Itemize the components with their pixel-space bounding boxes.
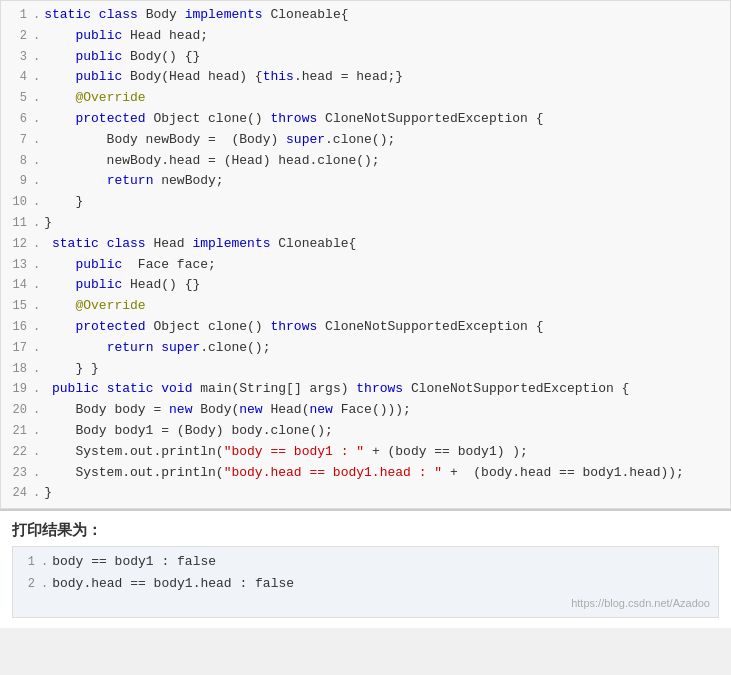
code-line-11: 11 . }	[1, 213, 730, 234]
line-dot: .	[33, 172, 40, 191]
line-dot: .	[33, 48, 40, 67]
line-dot: .	[33, 152, 40, 171]
code-line-17: 17 . return super.clone();	[1, 338, 730, 359]
code-line-14: 14 . public Head() {}	[1, 275, 730, 296]
line-num: 3	[5, 48, 27, 67]
line-dot: .	[33, 276, 40, 295]
code-line-15: 15 . @Override	[1, 296, 730, 317]
code-line-23: 23 . System.out.println("body.head == bo…	[1, 463, 730, 484]
output-line-2: 2 . body.head == body1.head : false	[13, 573, 718, 595]
code-content: static class Head implements Cloneable{	[44, 234, 356, 255]
line-num: 10	[5, 193, 27, 212]
code-line-20: 20 . Body body = new Body(new Head(new F…	[1, 400, 730, 421]
line-dot: .	[33, 68, 40, 87]
code-line-10: 10 . }	[1, 192, 730, 213]
line-num: 15	[5, 297, 27, 316]
code-line-7: 7 . Body newBody = (Body) super.clone();	[1, 130, 730, 151]
line-dot: .	[33, 256, 40, 275]
code-line-12: 12 . static class Head implements Clonea…	[1, 234, 730, 255]
code-content: public static void main(String[] args) t…	[44, 379, 629, 400]
code-line-13: 13 . public Face face;	[1, 255, 730, 276]
code-content: newBody.head = (Head) head.clone();	[44, 151, 379, 172]
code-line-19: 19 . public static void main(String[] ar…	[1, 379, 730, 400]
output-title: 打印结果为：	[12, 521, 719, 540]
code-line-9: 9 . return newBody;	[1, 171, 730, 192]
line-dot: .	[33, 297, 40, 316]
line-dot: .	[33, 360, 40, 379]
line-dot: .	[33, 89, 40, 108]
line-num: 16	[5, 318, 27, 337]
line-num: 20	[5, 401, 27, 420]
code-line-6: 6 . protected Object clone() throws Clon…	[1, 109, 730, 130]
line-num: 1	[5, 6, 27, 25]
code-line-8: 8 . newBody.head = (Head) head.clone();	[1, 151, 730, 172]
line-num: 7	[5, 131, 27, 150]
line-num: 13	[5, 256, 27, 275]
code-line-22: 22 . System.out.println("body == body1 :…	[1, 442, 730, 463]
code-line-1: 1 . static class Body implements Cloneab…	[1, 5, 730, 26]
line-num: 6	[5, 110, 27, 129]
line-dot: .	[33, 6, 40, 25]
watermark-text: https://blog.csdn.net/Azadoo	[571, 597, 710, 609]
line-dot: .	[33, 214, 40, 233]
line-dot: .	[33, 27, 40, 46]
line-num: 18	[5, 360, 27, 379]
line-dot: .	[33, 318, 40, 337]
code-line-3: 3 . public Body() {}	[1, 47, 730, 68]
code-content: protected Object clone() throws CloneNot…	[44, 109, 543, 130]
code-content: public Body() {}	[44, 47, 200, 68]
code-content: } }	[44, 359, 99, 380]
code-section: 1 . static class Body implements Cloneab…	[0, 0, 731, 509]
line-num: 8	[5, 152, 27, 171]
line-dot: .	[33, 131, 40, 150]
code-content: }	[44, 192, 83, 213]
output-line-num: 1	[17, 552, 35, 572]
code-line-2: 2 . public Head head;	[1, 26, 730, 47]
output-line-dot: .	[41, 574, 48, 594]
line-num: 14	[5, 276, 27, 295]
line-num: 2	[5, 27, 27, 46]
line-num: 22	[5, 443, 27, 462]
code-content: }	[44, 213, 52, 234]
line-dot: .	[33, 110, 40, 129]
output-line-dot: .	[41, 552, 48, 572]
code-content: System.out.println("body == body1 : " + …	[44, 442, 528, 463]
code-content: Body newBody = (Body) super.clone();	[44, 130, 395, 151]
line-dot: .	[33, 464, 40, 483]
output-code-section: 1 . body == body1 : false 2 . body.head …	[12, 546, 719, 618]
line-num: 21	[5, 422, 27, 441]
code-line-16: 16 . protected Object clone() throws Clo…	[1, 317, 730, 338]
code-line-24: 24 . }	[1, 483, 730, 504]
line-dot: .	[33, 380, 40, 399]
line-dot: .	[33, 422, 40, 441]
line-dot: .	[33, 193, 40, 212]
code-content: return newBody;	[44, 171, 223, 192]
code-content: @Override	[44, 88, 145, 109]
code-content: }	[44, 483, 52, 504]
code-content: System.out.println("body.head == body1.h…	[44, 463, 684, 484]
watermark-line: https://blog.csdn.net/Azadoo	[13, 595, 718, 613]
code-content: protected Object clone() throws CloneNot…	[44, 317, 543, 338]
code-line-5: 5 . @Override	[1, 88, 730, 109]
code-line-21: 21 . Body body1 = (Body) body.clone();	[1, 421, 730, 442]
output-content: body.head == body1.head : false	[52, 573, 294, 595]
line-num: 19	[5, 380, 27, 399]
code-content: @Override	[44, 296, 145, 317]
line-dot: .	[33, 339, 40, 358]
output-line-num: 2	[17, 574, 35, 594]
code-line-4: 4 . public Body(Head head) {this.head = …	[1, 67, 730, 88]
code-content: Body body = new Body(new Head(new Face()…	[44, 400, 411, 421]
line-num: 12	[5, 235, 27, 254]
line-dot: .	[33, 443, 40, 462]
code-content: static class Body implements Cloneable{	[44, 5, 348, 26]
line-dot: .	[33, 401, 40, 420]
line-dot: .	[33, 235, 40, 254]
output-line-1: 1 . body == body1 : false	[13, 551, 718, 573]
line-num: 4	[5, 68, 27, 87]
code-content: public Head() {}	[44, 275, 200, 296]
code-content: Body body1 = (Body) body.clone();	[44, 421, 333, 442]
line-num: 24	[5, 484, 27, 503]
code-content: public Body(Head head) {this.head = head…	[44, 67, 403, 88]
code-content: public Head head;	[44, 26, 208, 47]
code-content: public Face face;	[44, 255, 216, 276]
